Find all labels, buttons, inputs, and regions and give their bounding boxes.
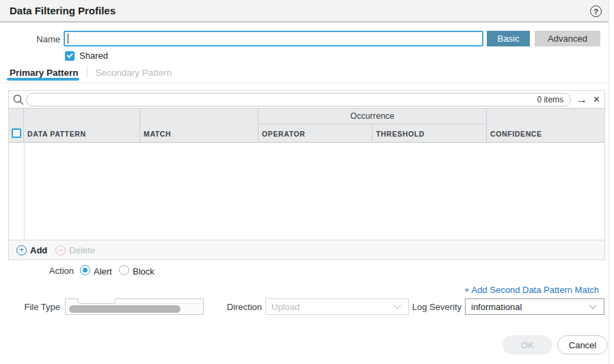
ok-button[interactable]: OK (503, 335, 552, 354)
page-title: Data Filtering Profiles (10, 5, 116, 16)
apply-filter-icon[interactable]: → (576, 94, 587, 105)
items-count-badge: 0 items (537, 95, 563, 104)
log-severity-label: Log Severity (393, 302, 462, 312)
checkbox-column-divider (24, 143, 25, 240)
pattern-tabs: Primary Pattern Secondary Pattern (10, 68, 172, 78)
search-icon (12, 94, 25, 106)
radio-alert-label[interactable]: Alert (94, 266, 112, 277)
clear-filter-icon[interactable]: ✕ (593, 95, 600, 104)
delete-button-label: Delete (69, 245, 95, 255)
table-search-row: 0 items → ✕ (9, 91, 604, 109)
log-severity-select[interactable]: informational (465, 298, 604, 315)
data-filtering-profile-dialog: Data Filtering Profiles ? Name Basic Adv… (0, 0, 614, 364)
name-input[interactable] (64, 31, 483, 46)
text-caret (68, 33, 68, 44)
check-icon (67, 52, 73, 58)
radio-block-label[interactable]: Block (133, 266, 155, 277)
column-group-occurrence: Occurrence (258, 109, 487, 124)
direction-select[interactable]: Upload (265, 298, 409, 315)
plus-icon: + (16, 245, 27, 255)
chevron-down-icon (589, 301, 596, 309)
dialog-body: Data Filtering Profiles ? Name Basic Adv… (0, 0, 609, 364)
file-type-divider (116, 303, 203, 304)
select-all-cell (9, 109, 24, 142)
tab-secondary-pattern[interactable]: Secondary Pattern (96, 68, 172, 78)
log-severity-value: informational (466, 302, 590, 312)
minus-icon: − (55, 245, 66, 255)
tab-primary-pattern[interactable]: Primary Pattern (10, 68, 79, 78)
table-toolbar: + Add − Delete (9, 240, 604, 260)
action-label: Action (0, 266, 74, 276)
radio-alert[interactable] (80, 265, 90, 275)
file-type-loading-tab (78, 298, 116, 304)
column-header-confidence[interactable]: CONFIDENCE (487, 109, 604, 142)
radio-block[interactable] (119, 265, 129, 275)
shared-label: Shared (79, 51, 108, 61)
file-type-label: File Type (0, 302, 60, 312)
column-header-operator[interactable]: OPERATOR (258, 124, 373, 142)
shared-checkbox[interactable] (65, 51, 75, 61)
direction-label: Direction (205, 302, 262, 312)
radio-dot (83, 268, 88, 272)
basic-button[interactable]: Basic (487, 31, 530, 46)
name-label: Name (0, 34, 60, 44)
column-header-match[interactable]: MATCH (140, 109, 258, 142)
add-button-label: Add (30, 245, 47, 255)
advanced-button[interactable]: Advanced (535, 31, 600, 46)
cancel-button[interactable]: Cancel (557, 335, 608, 354)
data-pattern-table: 0 items → ✕ DATA PATTERN MATCH Occurrenc… (8, 90, 605, 260)
title-bar: Data Filtering Profiles (0, 0, 609, 23)
shared-checkbox-row[interactable]: Shared (65, 51, 108, 61)
delete-button[interactable]: − Delete (51, 245, 99, 255)
file-type-field[interactable] (65, 298, 204, 315)
add-second-data-pattern-link[interactable]: + Add Second Data Pattern Match (464, 285, 599, 295)
tab-divider (87, 68, 88, 78)
help-icon[interactable]: ? (590, 5, 602, 17)
direction-value: Upload (266, 302, 395, 312)
table-filter-input-pill[interactable]: 0 items (26, 93, 571, 107)
add-button[interactable]: + Add (12, 245, 51, 255)
table-body-empty (9, 143, 604, 240)
table-header: DATA PATTERN MATCH Occurrence OPERATOR T… (9, 109, 604, 143)
file-type-placeholder-bar (69, 305, 181, 313)
active-tab-underline (7, 78, 79, 81)
tabs-baseline (0, 83, 609, 83)
column-header-data-pattern[interactable]: DATA PATTERN (24, 109, 140, 142)
select-all-checkbox[interactable] (12, 128, 21, 138)
column-header-threshold[interactable]: THRESHOLD (373, 124, 487, 142)
table-filter-input[interactable] (32, 95, 537, 104)
